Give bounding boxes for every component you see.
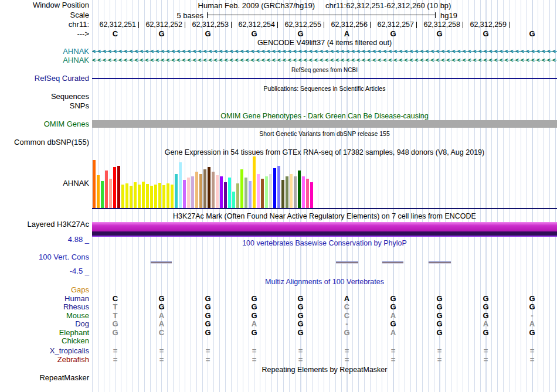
multiz-aligned-base: =: [138, 347, 185, 355]
multiz-species-label-human[interactable]: Human: [0, 295, 89, 303]
multiz-aligned-base: G: [231, 329, 277, 337]
multiz-aligned-base: G: [277, 303, 324, 311]
multiz-aligned-base: A: [370, 312, 416, 320]
multiz-aligned-base: G: [185, 329, 231, 337]
multiz-aligned-base: G: [231, 312, 277, 320]
multiz-aligned-base: A: [138, 320, 185, 328]
multiz-aligned-base: G: [509, 329, 555, 337]
gene-label-ahnak[interactable]: AHNAK: [0, 47, 89, 56]
multiz-aligned-base: =: [92, 356, 138, 364]
multiz-aligned-base: C: [324, 303, 370, 311]
multiz-aligned-base: C: [324, 312, 370, 320]
multiz-species-label-chicken[interactable]: Chicken: [0, 337, 89, 345]
multiz-aligned-base: G: [92, 329, 138, 337]
multiz-aligned-base: =: [138, 356, 185, 364]
multiz-aligned-base: G: [185, 312, 231, 320]
multiz-aligned-base: C: [92, 295, 138, 303]
multiz-aligned-base: G: [185, 320, 231, 328]
multiz-aligned-base: G: [370, 295, 416, 303]
multiz-species-label-dog[interactable]: Dog: [0, 320, 89, 328]
gene-label-ahnak[interactable]: AHNAK: [0, 56, 89, 64]
multiz-aligned-base: =: [370, 347, 416, 355]
multiz-aligned-base: =: [185, 347, 231, 355]
multiz-aligned-base: =: [463, 356, 509, 364]
multiz-aligned-base: A: [370, 329, 416, 337]
multiz-aligned-base: A: [138, 312, 185, 320]
multiz-aligned-base: G: [416, 295, 463, 303]
multiz-aligned-base: G: [92, 320, 138, 328]
multiz-species-label-rhesus[interactable]: Rhesus: [0, 303, 89, 311]
multiz-aligned-base: G: [277, 312, 324, 320]
multiz-aligned-base: G: [370, 320, 416, 328]
multiz-aligned-base: G: [231, 295, 277, 303]
multiz-species-label-gaps[interactable]: Gaps: [0, 286, 89, 294]
multiz-aligned-base: G: [185, 295, 231, 303]
multiz-aligned-base: -: [509, 312, 555, 320]
multiz-aligned-base: =: [370, 356, 416, 364]
multiz-aligned-base: G: [277, 320, 324, 328]
repeatmasker-track-title[interactable]: Repeating Elements by RepeatMasker: [92, 366, 557, 374]
multiz-aligned-base: C: [138, 329, 185, 337]
multiz-aligned-base: G: [138, 303, 185, 311]
multiz-aligned-base: G: [277, 329, 324, 337]
multiz-species-label-mouse[interactable]: Mouse: [0, 312, 89, 320]
multiz-aligned-base: G: [370, 303, 416, 311]
multiz-aligned-base: =: [324, 347, 370, 355]
multiz-aligned-base: =: [509, 356, 555, 364]
multiz-aligned-base: =: [277, 347, 324, 355]
multiz-species-label-elephant[interactable]: Elephant: [0, 329, 89, 337]
multiz-aligned-base: =: [416, 356, 463, 364]
multiz-aligned-base: -: [324, 320, 370, 328]
multiz-aligned-base: G: [231, 303, 277, 311]
multiz-aligned-base: =: [92, 347, 138, 355]
multiz-aligned-base: =: [416, 347, 463, 355]
multiz-aligned-base: A: [463, 320, 509, 328]
multiz-aligned-base: A: [324, 295, 370, 303]
multiz-aligned-base: =: [185, 356, 231, 364]
multiz-aligned-base: G: [463, 295, 509, 303]
multiz-aligned-base: G: [324, 329, 370, 337]
multiz-aligned-base: G: [416, 303, 463, 311]
repeatmasker-label[interactable]: RepeatMasker: [0, 374, 89, 382]
multiz-aligned-base: G: [416, 329, 463, 337]
multiz-aligned-base: G: [463, 303, 509, 311]
multiz-aligned-base: =: [324, 356, 370, 364]
multiz-species-label-zebrafish[interactable]: Zebrafish: [0, 356, 89, 364]
multiz-aligned-base: =: [509, 347, 555, 355]
multiz-aligned-base: G: [185, 303, 231, 311]
multiz-species-label-x_tropicalis[interactable]: X_tropicalis: [0, 347, 89, 355]
multiz-aligned-base: T: [92, 303, 138, 311]
multiz-aligned-base: G: [509, 303, 555, 311]
multiz-aligned-base: G: [416, 320, 463, 328]
multiz-aligned-base: =: [463, 347, 509, 355]
multiz-aligned-base: G: [138, 295, 185, 303]
multiz-aligned-base: G: [509, 295, 555, 303]
multiz-aligned-base: G: [277, 295, 324, 303]
multiz-aligned-base: T: [92, 312, 138, 320]
multiz-aligned-base: =: [231, 356, 277, 364]
multiz-aligned-base: A: [509, 320, 555, 328]
multiz-aligned-base: =: [231, 347, 277, 355]
multiz-aligned-base: A: [231, 320, 277, 328]
genome-browser-image: Human Feb. 2009 (GRCh37/hg19) chr11:62,3…: [0, 0, 557, 392]
multiz-aligned-base: G: [463, 329, 509, 337]
multiz-aligned-base: G: [463, 312, 509, 320]
multiz-aligned-base: G: [416, 312, 463, 320]
multiz-aligned-base: =: [277, 356, 324, 364]
